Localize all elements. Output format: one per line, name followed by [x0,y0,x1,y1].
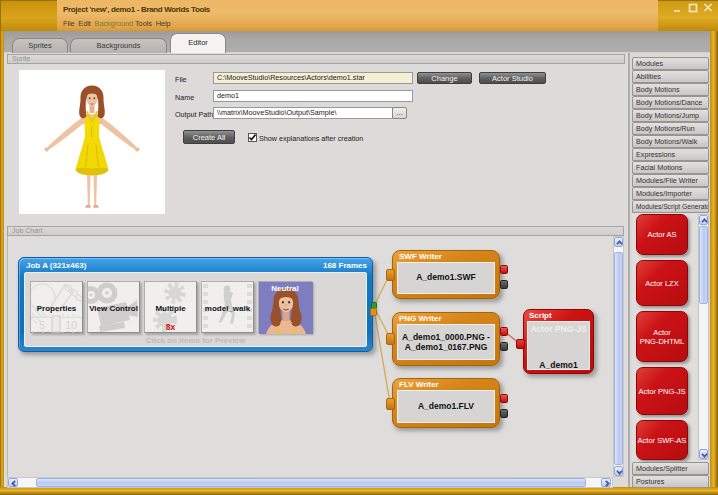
svg-text:10: 10 [65,319,77,331]
svg-text:5: 5 [39,319,45,331]
